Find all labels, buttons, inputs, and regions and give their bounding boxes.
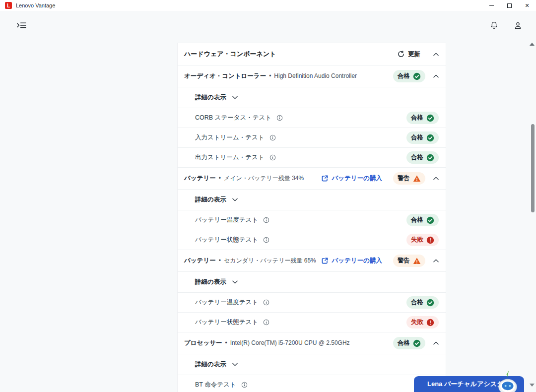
test-row: 入力ストリーム・テスト 合格: [178, 128, 446, 148]
check-circle-icon: [426, 216, 434, 224]
info-icon: [263, 237, 269, 243]
scrollbar-down-arrow[interactable]: [530, 384, 535, 387]
chevron-up-icon: [433, 341, 439, 345]
component-collapse-button[interactable]: [433, 259, 439, 262]
test-row: BT 命令テスト: [178, 375, 446, 392]
account-button[interactable]: [510, 18, 525, 33]
component-title: オーディオ・コントローラー: [184, 72, 266, 80]
hardware-components-panel: ハードウェア・コンポーネント 更新 オーディオ・コントローラー • High D…: [177, 43, 446, 392]
info-icon: [263, 319, 269, 326]
check-circle-icon: [413, 72, 421, 80]
app-header: [0, 11, 536, 40]
status-badge: 失敗: [406, 234, 439, 246]
test-name: 出力ストリーム・テスト: [195, 153, 265, 162]
details-toggle[interactable]: 詳細の表示: [195, 278, 238, 286]
status-badge: 失敗: [406, 316, 439, 328]
chevron-up-icon: [433, 74, 439, 78]
details-toggle[interactable]: 詳細の表示: [195, 93, 238, 102]
error-circle-icon: [426, 319, 434, 327]
minimize-button[interactable]: [482, 0, 500, 11]
buy-battery-link[interactable]: バッテリーの購入: [321, 257, 382, 265]
separator-dot: •: [269, 72, 271, 79]
test-name: バッテリー温度テスト: [195, 298, 258, 307]
component-row-battery-main[interactable]: バッテリー • メイン・バッテリー残量 34% バッテリーの購入 警告: [178, 168, 446, 190]
status-badge: 合格: [406, 296, 439, 309]
test-name: 入力ストリーム・テスト: [195, 133, 265, 142]
component-subtitle: Intel(R) Core(TM) i5-7200U CPU @ 2.50GHz: [230, 339, 350, 346]
details-toggle[interactable]: 詳細の表示: [195, 196, 238, 204]
component-row-audio[interactable]: オーディオ・コントローラー • High Definition Audio Co…: [178, 65, 446, 87]
status-label: 合格: [398, 72, 410, 80]
info-button[interactable]: [276, 115, 283, 121]
person-icon: [513, 21, 523, 30]
warning-triangle-icon: [413, 257, 421, 265]
buy-battery-link[interactable]: バッテリーの購入: [321, 174, 382, 183]
warning-triangle-icon: [413, 175, 421, 183]
status-label: 警告: [398, 257, 410, 265]
status-label: 警告: [398, 174, 410, 183]
status-label: 合格: [411, 216, 423, 224]
status-badge: 合格: [393, 70, 425, 82]
status-badge: 合格: [393, 337, 425, 349]
info-icon: [263, 299, 269, 306]
status-label: 合格: [411, 133, 423, 142]
test-name: バッテリー状態テスト: [195, 318, 258, 327]
lena-assistant-button[interactable]: Lena バーチャルアシスタント: [414, 376, 524, 392]
test-row: 出力ストリーム・テスト 合格: [178, 148, 446, 168]
refresh-button[interactable]: 更新: [398, 50, 420, 59]
info-button[interactable]: [263, 217, 269, 223]
info-button[interactable]: [269, 134, 276, 141]
status-badge: 合格: [406, 151, 439, 164]
test-row: バッテリー温度テスト 合格: [178, 293, 446, 313]
panel-header: ハードウェア・コンポーネント 更新: [178, 43, 446, 65]
maximize-icon: [507, 3, 512, 8]
component-subtitle: セカンダリ・バッテリー残量 65%: [224, 257, 316, 265]
external-link-icon: [321, 175, 329, 182]
check-circle-icon: [413, 339, 421, 347]
scrollbar-thumb[interactable]: [531, 124, 535, 212]
info-button[interactable]: [241, 382, 248, 388]
component-collapse-button[interactable]: [433, 341, 439, 345]
test-name: CORB ステータス・テスト: [195, 114, 271, 122]
test-name: バッテリー状態テスト: [195, 236, 258, 244]
status-label: 合格: [398, 339, 410, 347]
info-button[interactable]: [269, 154, 276, 161]
sidebar-menu-icon: [17, 22, 26, 29]
details-label: 詳細の表示: [195, 196, 226, 204]
check-circle-icon: [426, 154, 434, 162]
component-subtitle: High Definition Audio Controller: [274, 72, 357, 79]
lenovo-logo-icon: L: [5, 2, 12, 9]
separator-dot: •: [219, 175, 221, 182]
minimize-icon: [489, 5, 494, 6]
status-label: 合格: [411, 298, 423, 307]
info-button[interactable]: [263, 299, 269, 306]
info-icon: [276, 115, 283, 121]
chevron-down-icon: [232, 280, 238, 284]
component-title: バッテリー: [184, 257, 216, 265]
test-row: バッテリー状態テスト 失敗: [178, 313, 446, 332]
details-row: 詳細の表示: [178, 87, 446, 108]
component-row-processor[interactable]: プロセッサー • Intel(R) Core(TM) i5-7200U CPU …: [178, 332, 446, 354]
info-icon: [263, 217, 269, 223]
close-button[interactable]: ✕: [518, 0, 536, 11]
info-button[interactable]: [263, 237, 269, 243]
info-button[interactable]: [263, 319, 269, 326]
chevron-down-icon: [232, 96, 238, 99]
scrollbar-up-arrow[interactable]: [530, 43, 535, 46]
status-badge: 合格: [406, 214, 439, 226]
test-name: バッテリー温度テスト: [195, 216, 258, 224]
info-icon: [269, 154, 276, 161]
external-link-icon: [321, 257, 329, 264]
details-toggle[interactable]: 詳細の表示: [195, 360, 238, 369]
refresh-label: 更新: [408, 50, 420, 59]
status-badge: 合格: [406, 112, 439, 124]
menu-toggle-button[interactable]: [14, 18, 29, 33]
component-row-battery-secondary[interactable]: バッテリー • セカンダリ・バッテリー残量 65% バッテリーの購入 警告: [178, 250, 446, 272]
maximize-button[interactable]: [500, 0, 518, 11]
component-collapse-button[interactable]: [433, 74, 439, 78]
status-badge: 警告: [393, 255, 425, 267]
component-collapse-button[interactable]: [433, 177, 439, 180]
notifications-button[interactable]: [486, 18, 501, 33]
test-name: BT 命令テスト: [195, 381, 236, 389]
panel-collapse-button[interactable]: [433, 53, 439, 56]
